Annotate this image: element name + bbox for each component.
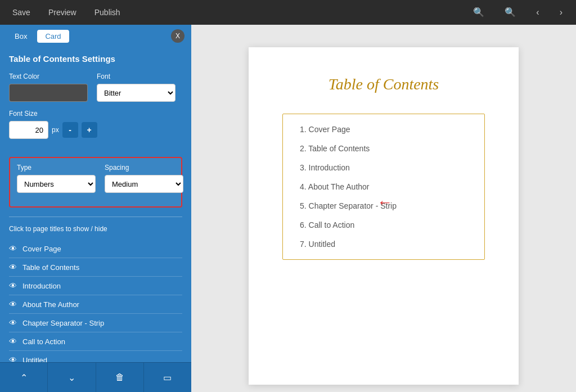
type-select[interactable]: Numbers Bullets None [17,175,96,193]
text-color-group: Text Color [9,73,88,102]
page-list-label: Chapter Separator - Strip [22,319,104,327]
red-arrow-indicator: ← [377,193,393,211]
page-list-item-untitled[interactable]: 👁 Untitled [9,351,182,362]
duplicate-button[interactable]: ▭ [144,363,191,392]
save-button[interactable]: Save [9,6,34,19]
eye-icon: 👁 [9,281,17,290]
eye-icon: 👁 [9,355,17,362]
eye-icon: 👁 [9,300,17,309]
book-page: Table of Contents 1. Cover Page2. Table … [249,47,519,385]
font-size-decrement-button[interactable]: - [62,122,78,138]
font-size-unit: px [52,126,59,134]
move-down-button[interactable]: ⌄ [48,363,96,392]
page-list-label: About The Author [22,300,79,309]
font-select[interactable]: Bitter Georgia Arial [97,84,176,102]
font-group: Font Bitter Georgia Arial [97,73,176,102]
font-size-input[interactable] [9,121,48,139]
page-list-item-chapter-separator[interactable]: 👁 Chapter Separator - Strip [9,314,182,332]
top-nav: Save Preview Publish 🔍 🔍 ‹ › [0,0,576,25]
color-font-row: Text Color Font Bitter Georgia Arial [9,73,182,102]
page-list-label: Introduction [22,282,61,290]
page-list-item-introduction[interactable]: 👁 Introduction [9,277,182,295]
page-list: 👁 Cover Page 👁 Table of Contents 👁 Intro… [9,240,182,362]
tab-card[interactable]: Card [37,30,69,43]
publish-button[interactable]: Publish [91,6,124,19]
canvas-area: ← Table of Contents 1. Cover Page2. Tabl… [191,25,576,392]
toc-item: 1. Cover Page [300,125,467,133]
text-color-label: Text Color [9,73,88,80]
page-list-item-about-the-author[interactable]: 👁 About The Author [9,295,182,314]
toc-box: 1. Cover Page2. Table of Contents3. Intr… [282,114,485,260]
main-area: Box Card X Table of Contents Settings Te… [0,25,576,392]
text-color-swatch[interactable] [9,84,88,102]
eye-icon: 👁 [9,337,17,346]
toc-item: 4. About The Author [300,183,467,191]
font-size-row: px - + [9,121,182,139]
type-spacing-box: Type Numbers Bullets None Spacing Medium… [9,157,182,208]
page-list-label: Cover Page [22,245,61,253]
divider [9,217,182,217]
toc-heading: Table of Contents [282,75,485,93]
spacing-select[interactable]: Medium Small Large [105,175,183,193]
type-label: Type [17,164,96,172]
eye-icon: 👁 [9,244,17,253]
nav-right-icon[interactable]: › [555,6,567,19]
page-list-label: Table of Contents [22,263,79,272]
type-spacing-row: Type Numbers Bullets None Spacing Medium… [17,164,174,193]
delete-button[interactable]: 🗑 [96,363,144,392]
sidebar-content: Table of Contents Settings Text Color Fo… [0,47,191,362]
close-button[interactable]: X [171,29,184,43]
page-list-label: Untitled [22,356,47,363]
spacing-label: Spacing [105,164,183,172]
toc-item: 6. Call to Action [300,221,467,229]
toc-item: 7. Untitled [300,240,467,248]
sidebar: Box Card X Table of Contents Settings Te… [0,25,191,392]
zoom-in-icon[interactable]: 🔍 [469,6,489,19]
nav-left-icon[interactable]: ‹ [532,6,543,19]
zoom-out-icon[interactable]: 🔍 [500,6,520,19]
font-size-group: Font Size px - + [9,110,182,149]
click-hint: Click to page titles to show / hide [9,225,182,233]
eye-icon: 👁 [9,263,17,272]
page-list-label: Call to Action [22,337,65,346]
tab-box[interactable]: Box [7,30,35,43]
page-list-item-call-to-action[interactable]: 👁 Call to Action [9,332,182,351]
preview-button[interactable]: Preview [45,6,80,19]
tab-bar: Box Card X [0,25,191,47]
move-up-button[interactable]: ⌃ [0,363,48,392]
font-label: Font [97,73,176,80]
spacing-group: Spacing Medium Small Large [105,164,183,193]
settings-title: Table of Contents Settings [9,54,182,64]
page-list-item-cover-page[interactable]: 👁 Cover Page [9,240,182,258]
font-size-increment-button[interactable]: + [82,122,97,138]
page-list-item-table-of-contents[interactable]: 👁 Table of Contents [9,258,182,277]
sidebar-footer: ⌃ ⌄ 🗑 ▭ [0,362,191,392]
toc-item: 2. Table of Contents [300,145,467,152]
font-size-label: Font Size [9,110,182,118]
eye-icon: 👁 [9,318,17,327]
toc-item: 3. Introduction [300,164,467,172]
type-group: Type Numbers Bullets None [17,164,96,193]
